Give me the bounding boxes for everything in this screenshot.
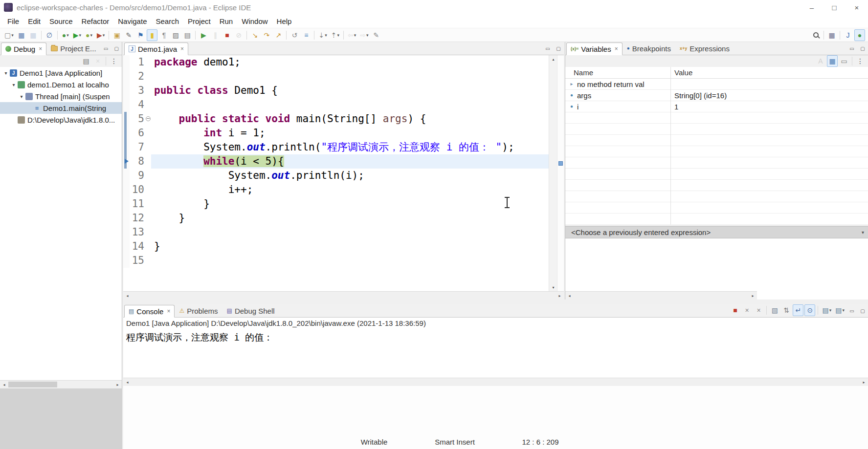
line-number[interactable]: 13 — [130, 225, 145, 239]
scroll-right-icon[interactable]: ▸ — [556, 292, 564, 299]
line-number[interactable]: 5 — [130, 112, 145, 126]
forward-icon[interactable]: ⇨▾ — [358, 29, 370, 41]
tree-item-jre[interactable]: D:\Develop\Java\jdk1.8.0... — [0, 114, 122, 126]
tree-item-java-app[interactable]: ▾JDemo1 [Java Application] — [0, 67, 122, 79]
code-line-3[interactable]: 3public class Demo1 { — [123, 84, 564, 98]
scroll-up-icon[interactable]: ▴ — [549, 55, 557, 63]
code-line-7[interactable]: 7 System.out.println("程序调试演示，注意观察 i 的值： … — [123, 140, 564, 154]
tab-project-explorer[interactable]: Project E... — [46, 42, 100, 55]
line-number[interactable]: 12 — [130, 211, 145, 225]
dropdown-arrow-icon[interactable]: ▾ — [862, 230, 864, 235]
maximize-view-icon[interactable]: ▢ — [858, 306, 868, 316]
scroll-down-icon[interactable]: ▾ — [549, 283, 557, 291]
variable-detail-pane[interactable] — [565, 238, 868, 291]
new-wizard-icon[interactable]: ▢▾ — [3, 29, 15, 41]
show-type-names-icon[interactable]: A — [815, 55, 826, 67]
code-editor[interactable]: 1package demo1;23public class Demo1 {45 … — [123, 55, 564, 291]
previous-annotation-icon[interactable]: ⇡▾ — [330, 29, 341, 41]
code-line-10[interactable]: 10 i++; — [123, 183, 564, 197]
debug-icon[interactable]: ●▾ — [60, 29, 71, 41]
column-header-value[interactable]: Value — [670, 68, 868, 77]
line-number[interactable]: 3 — [130, 84, 145, 98]
code-line-5[interactable]: 5 public static void main(String[] args)… — [123, 112, 564, 126]
disconnect-icon[interactable]: ⊘ — [233, 29, 244, 41]
line-number[interactable]: 7 — [130, 140, 145, 154]
column-divider[interactable] — [670, 67, 671, 225]
line-number[interactable]: 14 — [130, 239, 145, 254]
variable-row[interactable]: ▸no method return val — [565, 79, 868, 90]
tab-debug[interactable]: Debug × — [1, 43, 46, 55]
remove-all-terminated-icon[interactable]: × — [92, 55, 103, 67]
clear-console-icon[interactable]: ▧ — [769, 304, 780, 316]
scrollbar-track[interactable] — [132, 378, 860, 386]
save-icon[interactable]: ▦ — [16, 29, 27, 41]
package-view-icon[interactable]: ▨ — [170, 29, 181, 41]
line-number[interactable]: 10 — [130, 183, 145, 197]
debug-perspective-icon[interactable]: ● — [854, 29, 865, 41]
collapse-all-icon[interactable]: ▭ — [839, 55, 849, 67]
column-header-name[interactable]: Name — [565, 68, 670, 77]
dropdown-arrow-icon[interactable]: ▾ — [354, 33, 356, 38]
remove-launch-icon[interactable]: × — [741, 304, 752, 316]
maximize-window-button[interactable]: □ — [823, 0, 846, 15]
scroll-right-icon[interactable]: ▸ — [113, 381, 122, 388]
minimize-view-icon[interactable]: ▭ — [847, 43, 857, 53]
drop-to-frame-icon[interactable]: ↺ — [289, 29, 300, 41]
scrollbar-thumb[interactable] — [8, 382, 57, 387]
tab-debug-shell[interactable]: ▤ Debug Shell — [223, 304, 279, 317]
external-tools-icon[interactable]: ▶▾ — [95, 29, 106, 41]
word-wrap-icon[interactable]: ↵ — [793, 304, 803, 316]
line-number[interactable]: 15 — [130, 254, 145, 268]
open-folder-icon[interactable]: ▣ — [111, 29, 122, 41]
remove-all-launches-icon[interactable]: × — [753, 304, 764, 316]
java-perspective-icon[interactable]: J — [843, 29, 853, 41]
scrollbar-track[interactable] — [57, 381, 113, 388]
display-selected-console-icon[interactable]: ▤▾ — [821, 304, 833, 316]
step-over-icon[interactable]: ↷ — [261, 29, 272, 41]
expand-arrow-icon[interactable]: ▾ — [2, 70, 10, 76]
dropdown-arrow-icon[interactable]: ▾ — [325, 33, 327, 38]
tree-item-thread[interactable]: ▾Thread [main] (Suspen — [0, 90, 122, 102]
scroll-lock-icon[interactable]: ⇅ — [781, 304, 792, 316]
expand-arrow-icon[interactable]: ▾ — [18, 94, 25, 99]
open-perspective-icon[interactable]: ▦ — [826, 29, 837, 41]
code-line-6[interactable]: 6 int i = 1; — [123, 126, 564, 140]
use-step-filters-icon[interactable]: ≡ — [301, 29, 312, 41]
dropdown-arrow-icon[interactable]: ▾ — [11, 33, 14, 38]
debug-horizontal-scrollbar[interactable]: ◂ ▸ — [0, 380, 122, 388]
back-icon[interactable]: ⇦▾ — [346, 29, 357, 41]
tree-item-stack-frame[interactable]: ≡Demo1.main(String — [0, 102, 122, 114]
scrollbar-track[interactable] — [574, 292, 749, 299]
close-window-button[interactable]: × — [846, 0, 868, 15]
suspend-icon[interactable]: ∥ — [210, 29, 221, 41]
line-number[interactable]: 6 — [130, 126, 145, 140]
mark-flag-icon[interactable]: ⚑ — [135, 29, 146, 41]
dropdown-arrow-icon[interactable]: ▾ — [842, 308, 845, 313]
skip-all-breakpoints-icon[interactable]: ∅ — [44, 29, 55, 41]
last-edit-location-icon[interactable]: ✎ — [371, 29, 381, 41]
resume-icon[interactable]: ▶ — [198, 29, 209, 41]
next-annotation-icon[interactable]: ⇣▾ — [317, 29, 328, 41]
run-icon[interactable]: ▶▾ — [72, 29, 83, 41]
menu-edit[interactable]: Edit — [23, 17, 45, 25]
variable-row[interactable]: ●i1 — [565, 101, 868, 112]
line-number[interactable]: 9 — [130, 169, 145, 183]
line-number[interactable]: 11 — [130, 197, 145, 211]
new-file-icon[interactable]: ✎ — [123, 29, 134, 41]
menu-search[interactable]: Search — [151, 17, 183, 25]
code-line-8[interactable]: 8 while(i < 5){ — [123, 154, 564, 169]
line-number[interactable]: 1 — [130, 55, 145, 69]
search-icon[interactable] — [810, 29, 821, 41]
highlighter-icon[interactable]: ▮ — [147, 29, 157, 41]
scroll-right-icon[interactable]: ▸ — [749, 292, 757, 299]
save-all-icon[interactable]: ▦ — [28, 29, 39, 41]
line-number[interactable]: 2 — [130, 69, 145, 84]
close-tab-icon[interactable]: × — [167, 308, 170, 315]
current-line-marker[interactable] — [558, 161, 563, 166]
show-logical-structures-icon[interactable]: ▦ — [827, 55, 838, 67]
code-line-11[interactable]: 11 } — [123, 197, 564, 211]
menu-source[interactable]: Source — [45, 17, 77, 25]
close-tab-icon[interactable]: × — [180, 45, 184, 52]
pin-console-icon[interactable]: ⊙ — [804, 304, 815, 316]
menu-navigate[interactable]: Navigate — [113, 17, 151, 25]
